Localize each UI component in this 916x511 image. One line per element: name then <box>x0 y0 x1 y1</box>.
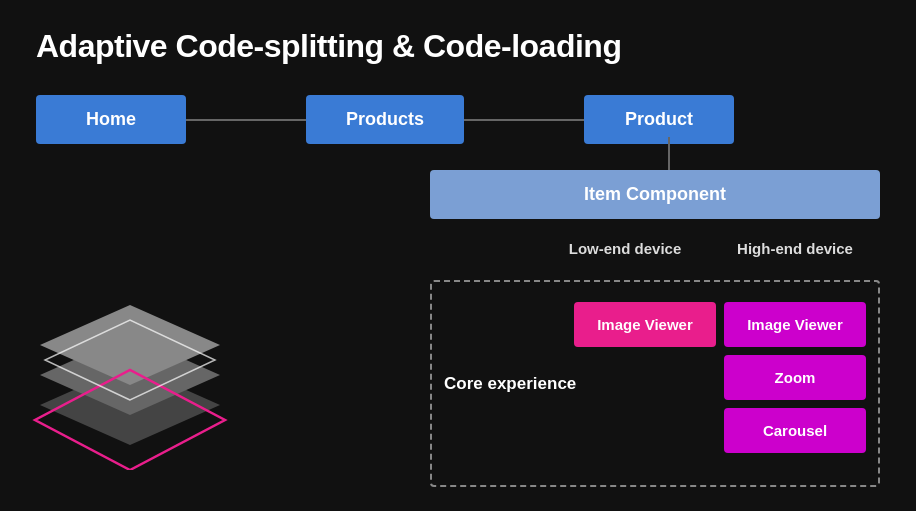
item-component-box: Item Component <box>430 170 880 219</box>
device-labels: Low-end device High-end device <box>430 240 880 257</box>
layers-icon <box>20 300 240 470</box>
nav-product[interactable]: Product <box>584 95 734 144</box>
high-end-image-viewer[interactable]: Image Viewer <box>724 302 866 347</box>
nav-line-1 <box>186 119 306 121</box>
low-end-col: Image Viewer <box>574 298 716 347</box>
zoom-button[interactable]: Zoom <box>724 355 866 400</box>
core-experience-label: Core experience <box>444 374 576 394</box>
nav-home[interactable]: Home <box>36 95 186 144</box>
device-columns: Image Viewer Image Viewer Zoom Carousel <box>574 298 866 469</box>
item-component-section: Item Component <box>430 170 880 219</box>
page: Adaptive Code-splitting & Code-loading H… <box>0 0 916 511</box>
low-end-label: Low-end device <box>430 240 710 257</box>
high-end-label: High-end device <box>710 240 880 257</box>
high-end-col: Image Viewer Zoom Carousel <box>724 298 866 453</box>
nav-line-2 <box>464 119 584 121</box>
page-title: Adaptive Code-splitting & Code-loading <box>36 28 880 65</box>
nav-products[interactable]: Products <box>306 95 464 144</box>
low-end-image-viewer[interactable]: Image Viewer <box>574 302 716 347</box>
connector-line <box>668 137 670 170</box>
carousel-button[interactable]: Carousel <box>724 408 866 453</box>
dashed-box: Core experience Image Viewer Image Viewe… <box>430 280 880 487</box>
core-experience-section: Core experience Image Viewer Image Viewe… <box>430 280 880 487</box>
nav-row: Home Products Product <box>36 95 880 144</box>
